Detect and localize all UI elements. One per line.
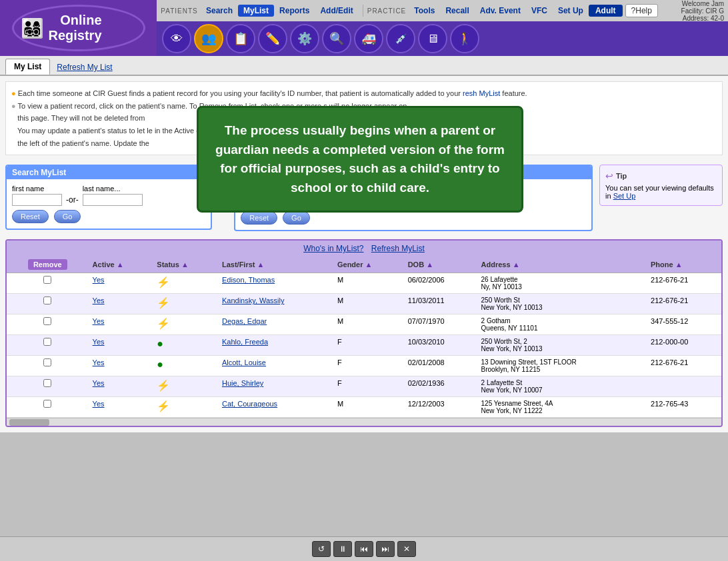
refresh-mylist-link[interactable]: resh MyList [463,89,500,97]
nav-search[interactable]: Search [201,5,238,17]
cell-dob: 06/02/2006 [404,273,477,294]
patient-name-link[interactable]: Huie, Shirley [222,379,263,387]
active-link[interactable]: Yes [93,276,105,284]
table-row: Yes ⚡ Huie, Shirley F 02/02/1936 2 Lafay… [7,376,721,397]
tip-setup-link[interactable]: Set Up [613,192,636,200]
icon-mylist[interactable]: 👥 [194,24,223,53]
sort-status[interactable]: ▲ [181,261,189,269]
sort-dob[interactable]: ▲ [426,261,433,269]
cell-checkbox [7,335,89,356]
nav-adult[interactable]: Adult [589,5,623,17]
remove-checkbox[interactable] [43,400,51,408]
remove-checkbox[interactable] [43,317,51,325]
active-link[interactable]: Yes [93,338,105,346]
patient-name-link[interactable]: Kandinsky, Wassily [222,296,285,304]
refresh-mylist-table-link[interactable]: Refresh MyList [371,244,425,253]
cell-checkbox [7,376,89,397]
nav-recall[interactable]: Recall [440,5,474,17]
patient-name-link[interactable]: Edison, Thomas [222,276,275,284]
cell-phone: 212-676-21 [647,356,721,376]
cell-gender: F [333,356,404,376]
active-link[interactable]: Yes [93,317,105,325]
whos-in-mylist-link[interactable]: Who's in MyList? [303,244,363,253]
icon-search[interactable]: 👁 [162,24,191,53]
cell-address: 2 GothamQueens, NY 11101 [477,314,647,335]
table-row: Yes ● Alcott, Louise F 02/01/2008 13 Dow… [7,356,721,376]
tab-refresh-my-list[interactable]: Refresh My List [57,63,112,75]
view-reset-button[interactable]: Reset [241,211,277,225]
cell-status: ⚡ [153,376,218,397]
cell-phone: 347-555-12 [647,314,721,335]
tabs-bar: My List Refresh My List [0,56,728,76]
tab-my-list[interactable]: My List [5,59,50,75]
sort-address[interactable]: ▲ [513,261,520,269]
patient-name-link[interactable]: Degas, Edgar [222,317,267,325]
cell-checkbox [7,397,89,418]
icon-vfc[interactable]: 💉 [386,24,415,53]
cell-dob: 11/03/2011 [404,294,477,314]
horizontal-scrollbar[interactable] [7,418,721,426]
view-go-button[interactable]: Go [283,211,310,225]
nav-add-edit[interactable]: Add/Edit [315,5,358,17]
table-row: Yes ⚡ Cat, Courageous M 12/12/2003 125 Y… [7,397,721,418]
icon-recall[interactable]: 🔍 [322,24,351,53]
sort-active[interactable]: ▲ [117,261,124,269]
cell-dob: 02/02/1936 [404,376,477,397]
cell-checkbox [7,314,89,335]
table-row: Yes ⚡ Degas, Edgar M 07/07/1970 2 Gotham… [7,314,721,335]
nav-set-up[interactable]: Set Up [553,5,589,17]
cell-active: Yes [89,335,153,356]
cell-gender: M [333,273,404,294]
search-reset-button[interactable]: Reset [12,210,49,223]
search-mylist-box: Search MyList first name -or- last name.… [5,165,212,230]
col-gender: Gender ▲ [333,257,404,273]
sort-phone[interactable]: ▲ [675,261,683,269]
cell-name: Huie, Shirley [218,376,333,397]
icon-add-edit[interactable]: ✏️ [258,24,287,53]
nav-tools[interactable]: Tools [409,5,440,17]
icon-adult[interactable]: 🚶 [450,24,479,53]
cell-status: ⚡ [153,294,218,314]
nav-adv-event[interactable]: Adv. Event [475,5,526,17]
icon-tools[interactable]: ⚙️ [290,24,319,53]
remove-checkbox[interactable] [43,338,51,346]
remove-checkbox[interactable] [43,379,51,387]
icon-reports[interactable]: 📋 [226,24,255,53]
cell-active: Yes [89,273,153,294]
patient-name-link[interactable]: Alcott, Louise [222,358,266,366]
logo-area: OnlineRegistry 👨‍👩‍👧‍👦 [0,0,157,56]
nav-vfc[interactable]: VFC [526,5,553,17]
nav-reports[interactable]: Reports [274,5,315,17]
patient-name-link[interactable]: Cat, Courageous [222,400,277,408]
sort-gender[interactable]: ▲ [365,261,373,269]
cell-phone: 212-676-21 [647,273,721,294]
cell-phone: 212-765-43 [647,397,721,418]
col-address: Address ▲ [477,257,647,273]
cell-gender: M [333,397,404,418]
remove-header-btn[interactable]: Remove [28,259,67,270]
cell-phone: 212-000-00 [647,335,721,356]
sort-name[interactable]: ▲ [257,261,265,269]
first-name-input[interactable] [12,194,62,206]
active-link[interactable]: Yes [93,400,105,408]
remove-checkbox[interactable] [43,276,51,284]
cell-address: 250 Worth St, 2New York, NY 10013 [477,335,647,356]
tip-box: ↩ Tip You can set your viewing defaults … [599,165,723,206]
or-label: -or- [66,186,79,205]
nav-mylist[interactable]: MyList [238,5,274,17]
cell-gender: F [333,335,404,356]
icon-set-up[interactable]: 🖥 [418,24,447,53]
cell-dob: 12/12/2003 [404,397,477,418]
remove-checkbox[interactable] [43,296,51,304]
patient-name-link[interactable]: Kahlo, Freeda [222,338,268,346]
active-link[interactable]: Yes [93,379,105,387]
active-link[interactable]: Yes [93,296,105,304]
cell-checkbox [7,356,89,376]
remove-checkbox[interactable] [43,358,51,366]
icon-adv-event[interactable]: 🚑 [354,24,383,53]
active-link[interactable]: Yes [93,358,105,366]
nav-help[interactable]: ?Help [625,4,658,17]
nav-area: PATIENTS Search MyList Reports Add/Edit … [157,0,728,56]
last-name-input[interactable] [83,194,143,206]
search-go-button[interactable]: Go [54,210,81,223]
